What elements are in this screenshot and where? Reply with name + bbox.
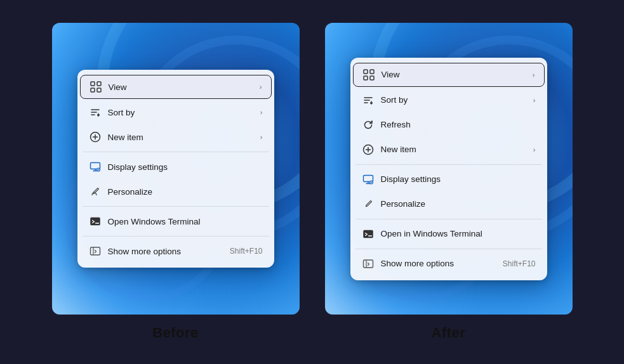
after-personalize-label: Personalize [381,199,536,209]
before-panel: View › Sort by › [52,23,300,341]
after-new-chevron: › [533,146,536,153]
after-refresh-label: Refresh [381,120,536,129]
after-more-label: Show more options [381,259,498,268]
before-view-chevron: › [260,83,262,91]
after-menu-item-terminal[interactable]: Open in Windows Terminal [353,222,545,246]
before-desktop-background: View › Sort by › [52,23,300,315]
new-item-icon [89,131,102,143]
after-menu-item-more[interactable]: Show more options Shift+F10 [353,252,545,276]
svg-rect-2 [91,88,95,92]
before-menu-item-personalize[interactable]: Personalize [80,179,272,204]
svg-rect-3 [97,88,101,92]
after-context-menu: View › Sort by › [350,58,547,280]
after-sort-label: Sort by [381,95,529,105]
after-divider-3 [355,249,542,249]
before-personalize-label: Personalize [108,187,263,197]
before-divider-3 [83,236,269,237]
svg-rect-8 [90,247,100,255]
before-sort-label: Sort by [108,108,256,117]
before-menu-item-more[interactable]: Show more options Shift+F10 [80,239,272,263]
after-view-chevron: › [533,71,535,79]
after-menu-item-personalize[interactable]: Personalize [353,192,545,216]
display-icon [89,160,102,173]
after-menu-item-refresh[interactable]: Refresh [353,113,545,137]
after-label: After [432,325,466,341]
before-menu-item-terminal[interactable]: Open Windows Terminal [80,209,272,233]
before-context-menu: View › Sort by › [77,70,274,268]
after-more-icon [362,257,375,270]
svg-rect-12 [370,76,374,80]
refresh-icon [362,119,375,131]
after-sort-icon [362,94,375,107]
before-more-shortcut: Shift+F10 [230,247,263,256]
after-desktop-background: View › Sort by › [325,23,573,315]
after-panel: View › Sort by › [325,23,573,341]
after-divider-2 [355,219,542,219]
svg-rect-1 [97,82,101,86]
after-menu-item-sort[interactable]: Sort by › [353,88,545,112]
terminal-icon [89,215,102,228]
svg-rect-16 [363,230,373,238]
svg-rect-17 [363,260,373,268]
after-sort-chevron: › [533,96,536,104]
svg-rect-7 [90,218,100,225]
svg-rect-11 [364,76,368,80]
svg-rect-9 [364,70,368,74]
personalize-icon [89,185,102,198]
svg-rect-10 [370,70,374,74]
before-menu-item-sort[interactable]: Sort by › [80,100,272,124]
after-display-label: Display settings [381,174,536,184]
before-terminal-label: Open Windows Terminal [108,217,263,226]
sort-icon [89,106,102,119]
after-display-icon [362,173,375,186]
after-personalize-icon [362,198,375,211]
before-label: Before [152,325,199,341]
before-menu-item-display[interactable]: Display settings [80,155,272,179]
before-menu-item-view[interactable]: View › [80,75,272,99]
more-options-icon [89,245,102,257]
after-divider-1 [355,164,542,165]
before-divider-2 [83,206,269,207]
comparison-container: View › Sort by › [0,10,624,354]
before-view-label: View [109,82,256,92]
after-new-label: New item [381,145,529,154]
after-view-icon [362,68,375,81]
before-new-label: New item [108,133,256,142]
before-divider-1 [83,152,269,152]
before-new-chevron: › [260,133,263,141]
after-menu-item-view[interactable]: View › [353,63,545,87]
svg-rect-0 [91,82,95,86]
before-menu-item-new[interactable]: New item › [80,125,272,149]
after-terminal-icon [362,228,375,240]
after-menu-item-new[interactable]: New item › [353,138,545,162]
after-terminal-label: Open in Windows Terminal [381,229,536,238]
after-menu-item-display[interactable]: Display settings [353,167,545,192]
view-icon [90,81,102,93]
after-view-label: View [382,70,529,79]
before-sort-chevron: › [260,108,263,116]
after-more-shortcut: Shift+F10 [503,259,536,268]
before-display-label: Display settings [108,162,263,172]
before-more-label: Show more options [108,247,225,256]
after-new-icon [362,143,375,156]
